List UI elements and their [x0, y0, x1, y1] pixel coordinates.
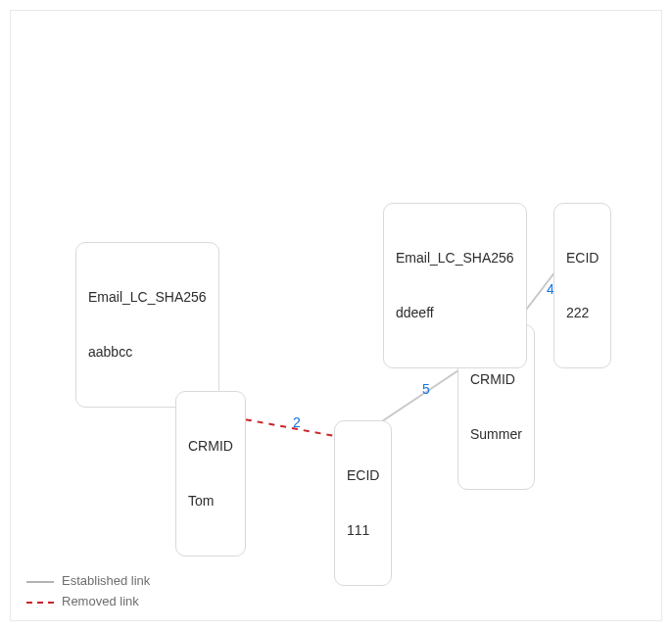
node-email-aabbcc[interactable]: Email_LC_SHA256 aabbcc: [75, 242, 219, 408]
legend-removed-line-icon: [26, 602, 54, 604]
edge-label-2: 2: [293, 414, 301, 430]
node-value: Summer: [470, 425, 522, 444]
node-ecid-222[interactable]: ECID 222: [553, 203, 611, 368]
node-value: Tom: [188, 492, 233, 510]
legend-established: Established link: [26, 571, 150, 592]
node-type: CRMID: [188, 437, 233, 456]
node-value: 111: [347, 521, 379, 540]
node-email-ddeeff[interactable]: Email_LC_SHA256 ddeeff: [383, 203, 527, 368]
legend-established-label: Established link: [62, 571, 150, 592]
node-type: ECID: [566, 249, 599, 267]
legend-removed-label: Removed link: [62, 592, 139, 612]
node-value: ddeeff: [396, 304, 514, 322]
legend: Established link Removed link: [26, 571, 150, 612]
node-type: CRMID: [470, 370, 522, 389]
edge-2: [234, 417, 340, 437]
node-type: ECID: [347, 466, 379, 485]
node-value: aabbcc: [88, 343, 207, 362]
legend-established-line-icon: [26, 581, 54, 583]
node-type: Email_LC_SHA256: [88, 288, 207, 307]
legend-removed: Removed link: [26, 592, 150, 612]
node-value: 222: [566, 304, 599, 322]
edge-label-5: 5: [422, 381, 430, 397]
graph-frame: 1 2 3 4 5 Email_LC_SHA256 aabbcc CRMID T…: [10, 10, 662, 621]
node-type: Email_LC_SHA256: [396, 249, 514, 267]
node-ecid-111[interactable]: ECID 111: [334, 420, 392, 586]
node-crmid-tom[interactable]: CRMID Tom: [175, 391, 246, 557]
